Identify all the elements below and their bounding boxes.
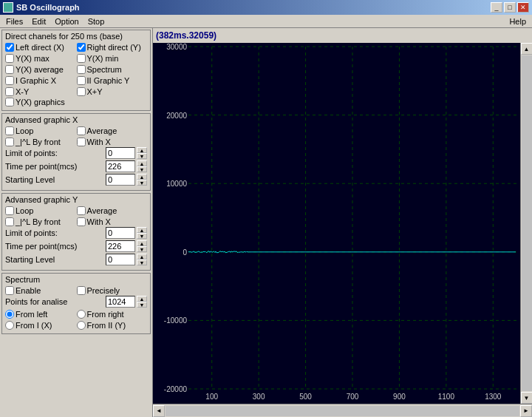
ax-withx-label: With X: [87, 138, 111, 146]
sp-from-ix-radio[interactable]: [5, 321, 14, 330]
scroll-h-track[interactable]: [166, 406, 519, 416]
left-direct-checkbox[interactable]: [5, 43, 14, 52]
ax-limit-input[interactable]: [106, 147, 135, 159]
app-icon: [3, 2, 13, 13]
ay-withx-checkbox[interactable]: [77, 217, 86, 226]
maximize-button[interactable]: □: [504, 2, 516, 13]
sp-from-left-radio[interactable]: [5, 310, 14, 319]
ax-start-spin-down[interactable]: ▼: [137, 180, 147, 186]
x-plus-y-label: X+Y: [87, 87, 103, 96]
menu-stop[interactable]: Stop: [83, 16, 109, 27]
sp-precisely-label: Precisely: [87, 286, 120, 295]
ay-withx-item: With X: [77, 217, 148, 227]
ax-start-spin-up[interactable]: ▲: [137, 174, 147, 180]
sp-from-left-label: From left: [16, 310, 47, 319]
ay-byfront-item: _|^L By front: [5, 217, 76, 227]
advanced-y-title: Advansed graphic Y: [5, 195, 147, 204]
ax-start-spin: ▲ ▼: [137, 174, 147, 186]
menu-edit[interactable]: Edit: [27, 16, 50, 27]
ax-loop-checkbox[interactable]: [5, 126, 14, 135]
ay-limit-input[interactable]: [106, 227, 135, 239]
ax-withx-item: With X: [77, 137, 148, 147]
right-direct-checkbox[interactable]: [77, 43, 86, 52]
spectrum-checkbox[interactable]: [77, 65, 86, 74]
scroll-left-button[interactable]: ◄: [153, 405, 165, 417]
sp-points-input[interactable]: [106, 296, 135, 308]
ax-time-spin-down[interactable]: ▼: [137, 166, 147, 172]
scroll-down-button[interactable]: ▼: [521, 392, 533, 404]
ax-time-spin-up[interactable]: ▲: [137, 160, 147, 166]
x-y-label: X-Y: [16, 87, 29, 96]
ii-graphic-y-checkbox[interactable]: [77, 76, 86, 85]
ay-limit-row: Limit of points: ▲ ▼: [5, 227, 147, 239]
osc-header: (382ms.32059): [153, 28, 532, 43]
yx-average-checkbox[interactable]: [5, 65, 14, 74]
sp-from-iiy-label: From II (Y): [87, 321, 126, 330]
ax-loop-item: Loop: [5, 126, 76, 136]
ay-start-input[interactable]: [106, 254, 135, 265]
menu-bar: Files Edit Option Stop Help: [0, 15, 532, 28]
direct-channels-title: Direct chanels for 250 ms (base): [5, 32, 147, 41]
ax-withx-checkbox[interactable]: [77, 138, 86, 146]
sp-from-left-item: From left: [5, 309, 76, 319]
menu-help[interactable]: Help: [505, 16, 531, 27]
ay-start-spin-down[interactable]: ▼: [137, 260, 147, 265]
ax-limit-spin-down[interactable]: ▼: [137, 153, 147, 159]
ax-limit-spin-up[interactable]: ▲: [137, 147, 147, 153]
ax-start-input[interactable]: [106, 174, 135, 186]
menu-files[interactable]: Files: [1, 16, 27, 27]
ay-loop-checkbox[interactable]: [5, 206, 14, 215]
ay-average-checkbox[interactable]: [77, 206, 86, 215]
ay-loop-label: Loop: [16, 206, 33, 215]
ax-average-checkbox[interactable]: [77, 126, 86, 135]
sp-points-spin-up[interactable]: ▲: [137, 296, 147, 302]
scroll-v-track[interactable]: [522, 55, 532, 391]
oscilloscope-canvas[interactable]: [153, 43, 520, 404]
osc-canvas-wrap: [153, 43, 520, 404]
sp-from-right-radio[interactable]: [77, 310, 86, 319]
ax-average-label: Average: [87, 126, 117, 135]
i-graphic-x-label: I Graphic X: [16, 76, 56, 85]
yx-graphics-checkbox[interactable]: [5, 98, 14, 106]
scroll-up-button[interactable]: ▲: [521, 43, 533, 55]
spectrum-label: Spectrum: [87, 65, 122, 74]
sp-enable-checkbox[interactable]: [5, 286, 14, 295]
yx-min-checkbox[interactable]: [77, 54, 86, 63]
sp-precisely-checkbox[interactable]: [77, 286, 86, 295]
ay-time-spin-down[interactable]: ▼: [137, 246, 147, 252]
ay-start-spin-up[interactable]: ▲: [137, 254, 147, 260]
ax-average-item: Average: [77, 126, 148, 136]
yx-max-checkbox-item: Y(X) max: [5, 53, 76, 64]
yx-average-checkbox-item: Y(X) average: [5, 64, 76, 75]
yx-graphics-label: Y(X) graphics: [16, 98, 65, 106]
ax-time-row: Time per point(mcs) ▲ ▼: [5, 160, 147, 172]
minimize-button[interactable]: _: [491, 2, 502, 13]
i-graphic-x-checkbox[interactable]: [5, 76, 14, 85]
close-button[interactable]: ✕: [517, 2, 529, 13]
sp-from-ix-label: From I (X): [16, 321, 52, 330]
sp-from-iiy-radio[interactable]: [77, 321, 86, 330]
ay-time-input[interactable]: [106, 240, 135, 252]
ay-limit-label: Limit of points:: [5, 228, 104, 237]
osc-area: ▲ ▼: [153, 43, 532, 404]
ii-graphic-y-label: II Graphic Y: [87, 76, 130, 85]
ay-byfront-checkbox[interactable]: [5, 217, 14, 226]
yx-max-checkbox[interactable]: [5, 54, 14, 63]
sp-from-iiy-item: From II (Y): [77, 320, 148, 330]
ax-byfront-label: _|^L By front: [16, 138, 61, 146]
x-plus-y-checkbox[interactable]: [77, 87, 86, 96]
ay-limit-spin-up[interactable]: ▲: [137, 227, 147, 233]
ay-loop-item: Loop: [5, 206, 76, 216]
x-y-checkbox[interactable]: [5, 87, 14, 96]
ay-limit-spin-down[interactable]: ▼: [137, 233, 147, 239]
ay-start-spin: ▲ ▼: [137, 254, 147, 265]
ay-time-spin-up[interactable]: ▲: [137, 240, 147, 246]
sp-points-spin-down[interactable]: ▼: [137, 302, 147, 308]
menu-option[interactable]: Option: [50, 16, 83, 27]
ay-byfront-label: _|^L By front: [16, 217, 61, 226]
ax-byfront-checkbox[interactable]: [5, 138, 14, 146]
menu-items: Files Edit Option Stop: [1, 16, 109, 27]
ax-time-input[interactable]: [106, 160, 135, 172]
left-direct-label: Left direct (X): [16, 43, 64, 52]
scroll-right-button[interactable]: ►: [520, 405, 532, 417]
